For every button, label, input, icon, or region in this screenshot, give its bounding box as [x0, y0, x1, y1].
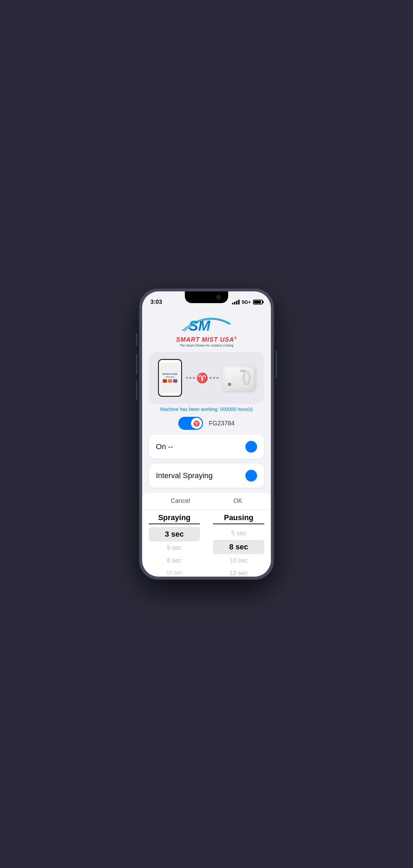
brand-name-text: SMART MIST USA [176, 336, 234, 343]
on-toggle[interactable] [245, 441, 257, 453]
working-hours: Machine has been working: 000000 hour(s) [149, 406, 264, 412]
pausing-item-5sec[interactable]: 5 sec [213, 527, 265, 540]
connection-card: MISTING SYSTEM Streaming ♈ [149, 352, 264, 404]
device-vent [243, 371, 251, 385]
device-body [225, 368, 253, 388]
pausing-column: Pausing 5 sec 8 sec 10 sec 12 sec 15 sec… [206, 513, 271, 577]
mockup-subtext: Streaming [166, 376, 174, 378]
phone-screen: 3:03 5G+ [142, 291, 271, 577]
interval-spraying-card: Interval Spraying [149, 464, 264, 488]
device-image [222, 365, 255, 391]
network-label: 5G+ [242, 299, 251, 305]
camera [216, 295, 221, 299]
product-box-purple [173, 379, 177, 383]
on-control-card: On -- [149, 435, 264, 459]
picker-columns: Spraying 3 sec 5 sec 8 sec 10 sec 12 sec… [142, 510, 271, 577]
pausing-items: 5 sec 8 sec 10 sec 12 sec 15 sec 20 sec [206, 527, 271, 577]
pausing-header: Pausing [213, 513, 265, 524]
device-vent-inner [244, 373, 249, 383]
brand-tagline: The Smart Choice For Outdoor Cooling [180, 344, 234, 347]
logo-svg: SM [176, 313, 237, 338]
spraying-items: 3 sec 5 sec 8 sec 10 sec 12 sec [142, 527, 206, 577]
pausing-item-8sec[interactable]: 8 sec [213, 540, 265, 554]
spraying-item-5sec[interactable]: 5 sec [149, 541, 200, 554]
status-time: 3:03 [150, 299, 162, 306]
mute-button[interactable] [136, 380, 137, 401]
volume-up-button[interactable] [136, 333, 137, 346]
picker-actions: Cancel OK [142, 493, 271, 510]
phone-frame: 3:03 5G+ [139, 289, 274, 579]
mockup-screen: MISTING SYSTEM Streaming [160, 363, 180, 393]
spraying-item-10sec[interactable]: 10 sec [149, 567, 200, 577]
spraying-item-3sec[interactable]: 3 sec [149, 527, 200, 541]
bluetooth-icon: ♈ [196, 372, 208, 384]
interval-toggle[interactable] [245, 470, 257, 482]
spraying-column: Spraying 3 sec 5 sec 8 sec 10 sec 12 sec [142, 513, 206, 577]
signal-icon [232, 300, 240, 304]
dot-6 [216, 377, 219, 379]
device-button [228, 383, 231, 386]
picker-cancel-button[interactable]: Cancel [171, 497, 190, 505]
spraying-header: Spraying [149, 513, 200, 524]
pausing-item-10sec[interactable]: 10 sec [213, 554, 265, 567]
status-bar: 3:03 5G+ [142, 291, 271, 309]
picker-panel: Cancel OK Spraying 3 sec 5 sec 8 sec 10 … [142, 493, 271, 577]
main-content: SM SMART MIST USA® The Smart Choice For … [142, 309, 271, 577]
dot-1 [186, 377, 188, 379]
logo-area: SM SMART MIST USA® The Smart Choice For … [149, 312, 264, 347]
status-right: 5G+ [232, 299, 263, 305]
registered-icon: ® [234, 336, 237, 340]
bluetooth-toggle[interactable]: ♈ [178, 417, 203, 430]
svg-text:SM: SM [189, 318, 211, 334]
spraying-item-8sec[interactable]: 8 sec [149, 554, 200, 567]
toggle-thumb: ♈ [191, 418, 202, 429]
brand-name: SMART MIST USA® [176, 336, 237, 343]
picker-ok-button[interactable]: OK [233, 497, 242, 505]
toggle-bt-icon: ♈ [193, 420, 200, 427]
device-top-panel [240, 370, 246, 372]
dot-4 [210, 377, 212, 379]
battery-icon [253, 300, 263, 304]
mockup-text: MISTING SYSTEM [162, 373, 177, 375]
toggle-row: ♈ FG23784 [149, 417, 264, 430]
product-boxes [163, 379, 177, 383]
pausing-item-12sec[interactable]: 12 sec [213, 567, 265, 577]
dot-3 [193, 377, 195, 379]
bluetooth-connection: ♈ [186, 372, 219, 384]
dot-2 [189, 377, 191, 379]
volume-down-button[interactable] [136, 354, 137, 375]
product-box-orange [168, 379, 172, 383]
on-label: On -- [156, 442, 173, 451]
notch [185, 291, 228, 303]
device-id: FG23784 [209, 420, 234, 427]
interval-label: Interval Spraying [156, 471, 213, 480]
dot-5 [213, 377, 215, 379]
phone-mockup: MISTING SYSTEM Streaming [158, 359, 182, 397]
product-box-red [163, 379, 167, 383]
power-button[interactable] [276, 351, 277, 378]
battery-fill [254, 301, 261, 303]
